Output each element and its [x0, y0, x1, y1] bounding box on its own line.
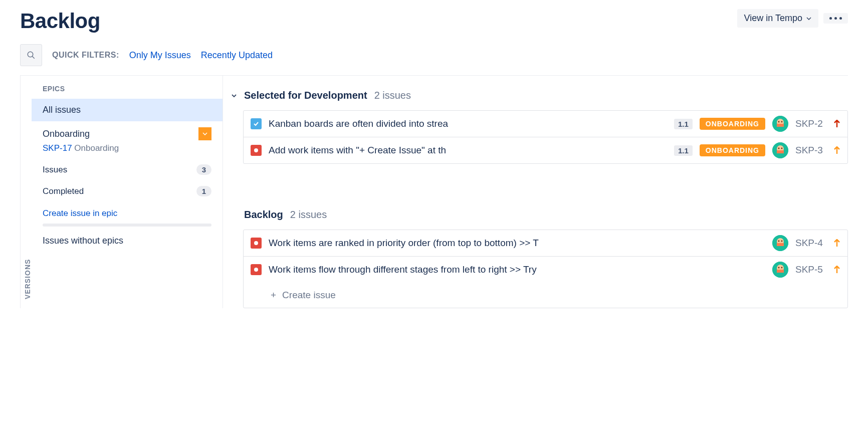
epic-badge[interactable]: ONBOARDING	[700, 144, 765, 156]
issue-summary[interactable]: Work items are ranked in priority order …	[269, 238, 765, 249]
epic-color-toggle[interactable]	[198, 127, 211, 140]
version-badge[interactable]: 1.1	[674, 119, 693, 129]
issue-key[interactable]: SKP-5	[795, 264, 826, 275]
issue-key[interactable]: SKP-2	[795, 118, 826, 129]
epics-header: EPICS	[32, 76, 223, 99]
avatar-icon	[772, 116, 788, 132]
issue-type-story-icon	[251, 238, 262, 249]
issue-row[interactable]: Work items flow through different stages…	[244, 256, 847, 283]
epic-issues-count: 3	[196, 164, 211, 175]
svg-point-5	[778, 121, 780, 123]
issue-summary[interactable]: Work items flow through different stages…	[269, 264, 765, 275]
svg-point-7	[254, 148, 258, 152]
issue-type-task-icon	[251, 118, 262, 129]
epic-card-onboarding[interactable]: Onboarding SKP-17 Onboarding Issues 3 Co…	[32, 121, 223, 227]
svg-point-6	[781, 121, 783, 123]
svg-point-11	[778, 148, 780, 149]
epics-all-issues[interactable]: All issues	[32, 99, 223, 121]
version-badge[interactable]: 1.1	[674, 145, 693, 156]
avatar-icon	[772, 262, 788, 278]
backlog-main: Selected for Development 2 issues Kanban…	[223, 76, 848, 308]
epic-completed-count: 1	[196, 186, 211, 196]
caret-down-icon	[202, 132, 207, 135]
page-title: Backlog	[20, 9, 100, 33]
section-count-backlog: 2 issues	[290, 209, 327, 221]
priority-icon-medium	[833, 239, 840, 247]
epic-badge[interactable]: ONBOARDING	[700, 118, 765, 130]
issue-type-story-icon	[251, 264, 262, 275]
epic-completed-label: Completed	[43, 186, 84, 196]
assignee-avatar[interactable]	[772, 116, 788, 132]
issue-summary[interactable]: Add work items with "+ Create Issue" at …	[269, 145, 667, 156]
issue-type-story-icon	[251, 145, 262, 156]
view-in-tempo-label: View in Tempo	[744, 13, 802, 24]
caret-down-icon	[806, 17, 811, 20]
issues-without-epics[interactable]: Issues without epics	[32, 227, 223, 255]
versions-tab[interactable]: VERSIONS	[20, 76, 32, 308]
svg-point-0	[28, 52, 33, 57]
epic-key-link[interactable]: SKP-17	[43, 143, 72, 153]
issue-summary[interactable]: Kanban boards are often divided into str…	[269, 118, 667, 129]
epic-name: Onboarding	[43, 129, 90, 139]
svg-point-18	[781, 241, 783, 242]
svg-point-13	[254, 241, 258, 245]
priority-icon-high	[833, 120, 840, 128]
epics-panel: EPICS All issues Onboarding SKP-17 Onboa…	[32, 76, 223, 308]
avatar-icon	[772, 235, 788, 251]
more-icon	[829, 17, 842, 20]
svg-line-1	[32, 56, 35, 59]
section-title-selected: Selected for Development	[244, 90, 367, 101]
issue-key[interactable]: SKP-3	[795, 145, 826, 156]
filter-only-my-issues[interactable]: Only My Issues	[129, 50, 191, 61]
plus-icon: +	[271, 290, 276, 301]
epic-summary: Onboarding	[74, 143, 119, 153]
priority-icon-medium	[833, 266, 840, 274]
section-count-selected: 2 issues	[374, 90, 411, 101]
epic-issues-label: Issues	[43, 165, 67, 175]
svg-point-24	[781, 267, 783, 269]
issue-key[interactable]: SKP-4	[795, 238, 826, 249]
svg-rect-10	[777, 150, 784, 153]
create-issue-row[interactable]: + Create issue	[244, 283, 847, 308]
avatar-icon	[772, 142, 788, 158]
view-in-tempo-button[interactable]: View in Tempo	[737, 9, 818, 28]
issue-row[interactable]: Kanban boards are often divided into str…	[244, 111, 847, 137]
search-button[interactable]	[20, 44, 42, 66]
svg-point-23	[778, 267, 780, 269]
selected-issue-list: Kanban boards are often divided into str…	[243, 110, 848, 164]
svg-point-12	[781, 148, 783, 149]
svg-rect-22	[777, 270, 784, 273]
svg-point-19	[254, 268, 258, 272]
more-actions-button[interactable]	[823, 13, 848, 24]
svg-point-17	[778, 241, 780, 242]
section-title-backlog: Backlog	[244, 209, 283, 221]
assignee-avatar[interactable]	[772, 142, 788, 158]
priority-icon-medium	[833, 146, 840, 154]
issue-row[interactable]: Work items are ranked in priority order …	[244, 230, 847, 256]
svg-rect-16	[777, 243, 784, 246]
quick-filters-label: QUICK FILTERS:	[52, 51, 119, 60]
backlog-issue-list: Work items are ranked in priority order …	[243, 230, 848, 308]
assignee-avatar[interactable]	[772, 235, 788, 251]
issue-row[interactable]: Add work items with "+ Create Issue" at …	[244, 137, 847, 163]
svg-rect-4	[777, 124, 784, 127]
assignee-avatar[interactable]	[772, 262, 788, 278]
search-icon	[27, 51, 36, 60]
create-issue-label: Create issue	[282, 290, 336, 301]
section-toggle-selected[interactable]	[231, 93, 237, 99]
create-issue-in-epic-link[interactable]: Create issue in epic	[43, 208, 117, 219]
filter-recently-updated[interactable]: Recently Updated	[201, 50, 273, 61]
chevron-down-icon	[231, 93, 237, 99]
